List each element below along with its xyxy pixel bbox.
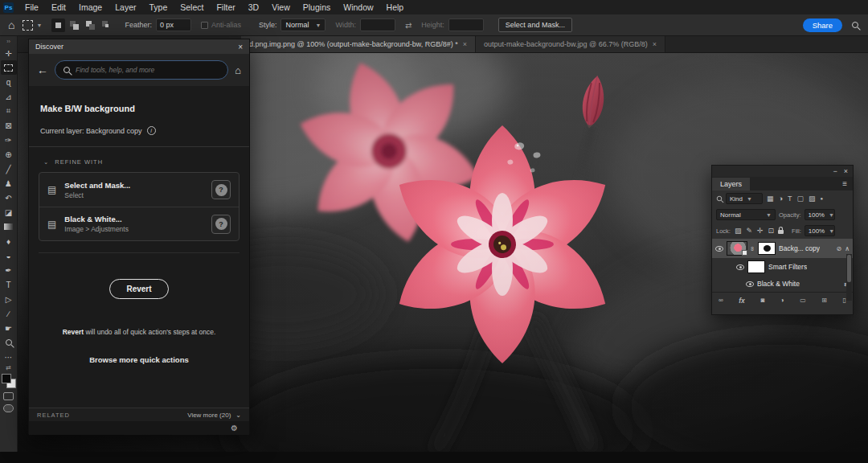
tool-preset-picker[interactable]: ▼ <box>23 20 42 31</box>
menu-view[interactable]: View <box>265 0 297 14</box>
type-tool[interactable]: T <box>1 277 17 292</box>
menu-plugins[interactable]: Plugins <box>297 0 337 14</box>
browse-more-link[interactable]: Browse more quick actions <box>29 355 249 364</box>
mask-link-icon[interactable]: ∞ <box>750 247 755 251</box>
crop-tool[interactable]: ⌗ <box>1 104 17 118</box>
back-arrow-icon[interactable]: ← <box>37 64 48 76</box>
menu-edit[interactable]: Edit <box>45 0 72 14</box>
zoom-tool[interactable] <box>1 335 17 350</box>
layer-thumbnail[interactable] <box>727 241 747 256</box>
anti-alias-checkbox[interactable] <box>201 22 208 29</box>
eraser-tool[interactable]: ◪ <box>1 205 17 219</box>
dodge-tool[interactable]: ◒ <box>1 248 17 263</box>
document-tab-active[interactable]: d.png.img.png @ 100% (output-make-backgr… <box>241 35 476 52</box>
menu-select[interactable]: Select <box>174 0 210 14</box>
close-icon[interactable]: × <box>463 40 467 48</box>
layer-name[interactable]: Backg... copy <box>779 244 820 252</box>
visibility-eye-icon[interactable] <box>715 246 723 252</box>
layer-style-fx-icon[interactable]: fx <box>739 297 745 305</box>
gradient-tool[interactable] <box>1 219 17 234</box>
link-layers-icon[interactable]: ∞ <box>719 297 723 304</box>
filter-pixel-icon[interactable]: ▦ <box>766 195 775 203</box>
blur-tool[interactable]: ♦ <box>1 234 17 248</box>
filter-smart-object-icon[interactable]: ▨ <box>808 195 817 203</box>
default-colors-icon[interactable]: ⇄ <box>6 364 11 371</box>
menu-file[interactable]: File <box>18 0 45 14</box>
layer-mask-thumbnail[interactable] <box>758 242 776 255</box>
step-black-and-white[interactable]: ▤ Black & White... Image > Adjustments ? <box>39 207 239 240</box>
panel-menu-icon[interactable]: ≡ <box>837 179 853 191</box>
scrollbar-thumb[interactable] <box>847 255 851 282</box>
filter-shape-icon[interactable]: ▢ <box>796 195 805 203</box>
clone-stamp-tool[interactable]: ♟ <box>1 176 17 191</box>
lock-move-icon[interactable]: ✛ <box>756 227 764 235</box>
history-brush-tool[interactable]: ↶ <box>1 191 17 205</box>
rectangular-marquee-tool[interactable] <box>1 60 17 75</box>
swap-dimensions-icon[interactable]: ⇄ <box>405 21 411 30</box>
pen-tool[interactable]: ✒ <box>1 263 17 277</box>
eyedropper-tool[interactable]: ✑ <box>1 133 17 147</box>
frame-tool[interactable]: ⊠ <box>1 118 17 133</box>
spot-healing-brush-tool[interactable]: ⊕ <box>1 147 17 162</box>
lock-all-icon[interactable] <box>778 230 784 234</box>
filter-kind-select[interactable]: Kind ▼ <box>726 193 763 204</box>
info-icon[interactable]: i <box>147 126 156 135</box>
menu-layer[interactable]: Layer <box>108 0 142 14</box>
foreground-color-swatch[interactable] <box>2 374 11 383</box>
style-select[interactable]: Normal ▼ <box>280 18 326 31</box>
lock-artboard-icon[interactable]: ⊡ <box>768 227 776 235</box>
step-select-and-mask[interactable]: ▤ Select and Mask... Select ? <box>39 173 239 207</box>
close-icon[interactable]: × <box>844 167 848 175</box>
document-tab-inactive[interactable]: output-make-background-bw.jpg @ 66.7% (R… <box>476 35 665 52</box>
revert-button[interactable]: Revert <box>109 279 168 299</box>
layer-row-background-copy[interactable]: ∞ Backg... copy ⊘ ∧ <box>712 239 853 258</box>
hand-tool[interactable]: ☛ <box>1 321 17 335</box>
menu-3d[interactable]: 3D <box>242 0 265 14</box>
add-mask-icon[interactable]: ◙ <box>760 297 764 304</box>
close-icon[interactable]: × <box>238 43 243 51</box>
brush-tool[interactable]: ╱ <box>1 162 17 176</box>
filter-type-icon[interactable]: T <box>787 195 793 203</box>
height-input[interactable] <box>448 18 484 31</box>
close-icon[interactable]: × <box>653 40 657 48</box>
menu-filter[interactable]: Filter <box>210 0 241 14</box>
visibility-eye-icon[interactable] <box>736 264 744 270</box>
home-icon[interactable]: ⌂ <box>8 18 14 31</box>
add-selection-button[interactable] <box>68 18 81 32</box>
object-selection-tool[interactable]: ⊿ <box>1 89 17 104</box>
gear-icon[interactable]: ⚙ <box>231 424 238 432</box>
width-input[interactable] <box>360 18 395 31</box>
discover-search-box[interactable] <box>55 60 228 80</box>
intersect-selection-button[interactable] <box>100 18 113 32</box>
menu-help[interactable]: Help <box>380 0 411 14</box>
smart-filter-mask-thumbnail[interactable] <box>747 260 765 273</box>
fill-select[interactable]: 100% ▼ <box>805 225 835 236</box>
feather-input[interactable] <box>156 18 191 31</box>
layer-row-smart-filters[interactable]: Smart Filters <box>712 258 853 276</box>
select-and-mask-button[interactable]: Select and Mask... <box>498 18 572 32</box>
filter-toggle-icon[interactable]: ● <box>819 196 824 201</box>
menu-window[interactable]: Window <box>337 0 379 14</box>
visibility-eye-icon[interactable] <box>746 281 754 287</box>
lock-transparency-icon[interactable]: ▨ <box>734 227 743 235</box>
menu-type[interactable]: Type <box>142 0 174 14</box>
refine-with-section[interactable]: ⌄ REFINE WITH <box>29 147 249 172</box>
toolbar-collapse-icon[interactable]: ›› <box>6 38 10 46</box>
view-more-link[interactable]: View more (20) ⌄ <box>187 412 241 419</box>
smart-filter-toggle-icon[interactable]: ⊘ <box>836 245 841 252</box>
collapse-icon[interactable]: − <box>833 167 837 175</box>
home-icon[interactable]: ⌂ <box>235 64 241 76</box>
screen-mode-button[interactable] <box>3 404 14 412</box>
adjustment-layer-icon[interactable]: ◑ <box>780 297 784 304</box>
lasso-tool[interactable]: ɋ <box>1 75 17 89</box>
color-swatches[interactable] <box>2 374 16 388</box>
layer-row-black-white[interactable]: Black & White ⇄ <box>712 276 853 292</box>
share-button[interactable]: Share <box>803 18 842 32</box>
discover-search-input[interactable] <box>76 66 219 74</box>
path-selection-tool[interactable]: ▷ <box>1 292 17 306</box>
tab-layers[interactable]: Layers <box>712 178 750 191</box>
opacity-select[interactable]: 100% ▼ <box>805 209 835 220</box>
layers-scrollbar[interactable] <box>846 254 852 301</box>
collapse-caret-icon[interactable]: ∧ <box>845 245 850 252</box>
step-help-button[interactable]: ? <box>211 215 231 234</box>
